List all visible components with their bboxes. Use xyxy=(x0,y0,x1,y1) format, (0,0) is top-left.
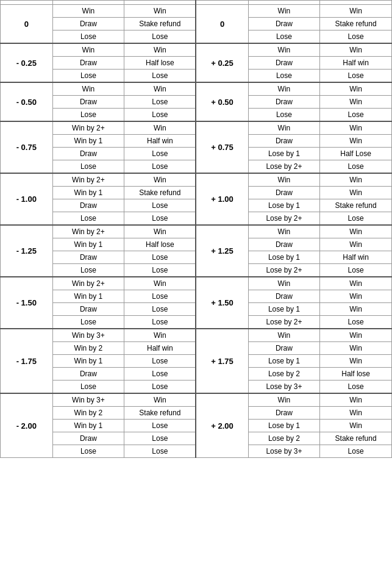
bet-result-right: Win xyxy=(320,135,392,148)
team-result-right: Draw xyxy=(248,96,320,109)
bet-result-left: Win xyxy=(124,121,196,135)
team-result-left: Win by 2+ xyxy=(52,225,124,238)
team-result-right: Lose xyxy=(248,30,320,44)
bet-result-right: Half lose xyxy=(320,368,392,381)
table-row: - 0.50WinWin+ 0.50WinWin xyxy=(1,82,392,96)
table-row: - 1.00Win by 2+Win+ 1.00WinWin xyxy=(1,173,392,187)
team-result-right: Win xyxy=(248,329,320,342)
bet-result-left: Lose xyxy=(124,148,196,160)
bet-result-right: Lose xyxy=(320,160,392,174)
team-result-right: Lose by 3+ xyxy=(248,381,320,394)
handicap-cell-right: + 1.00 xyxy=(196,173,248,225)
team-result-right: Lose by 1 xyxy=(248,199,320,212)
bet-result-right: Lose xyxy=(320,30,392,44)
bet-result-left: Win xyxy=(124,393,196,407)
bet-result-right: Win xyxy=(320,329,392,342)
bet-result-right: Lose xyxy=(320,109,392,122)
bet-result-right: Win xyxy=(320,393,392,407)
bet-result-right: Win xyxy=(320,96,392,109)
team-result-left: Win by 2+ xyxy=(52,121,124,135)
table-row: 0WinWin0WinWin xyxy=(1,5,392,18)
handicap-cell-right: + 0.25 xyxy=(196,43,248,82)
header-bet-result-right xyxy=(320,1,392,5)
team-result-left: Lose xyxy=(52,316,124,329)
handicap-table: 0WinWin0WinWinDrawStake refundDrawStake … xyxy=(0,0,392,458)
bet-result-right: Win xyxy=(320,277,392,290)
bet-result-left: Win xyxy=(124,5,196,18)
team-result-left: Win by 2+ xyxy=(52,277,124,290)
bet-result-right: Win xyxy=(320,355,392,368)
team-result-left: Win by 2 xyxy=(52,342,124,355)
team-result-left: Lose xyxy=(52,30,124,44)
handicap-cell-right: + 0.75 xyxy=(196,121,248,173)
team-result-left: Win by 1 xyxy=(52,238,124,251)
team-result-left: Win xyxy=(52,5,124,18)
team-result-left: Win by 3+ xyxy=(52,329,124,342)
bet-result-left: Win xyxy=(124,329,196,342)
team-result-right: Win xyxy=(248,5,320,18)
team-result-right: Draw xyxy=(248,407,320,420)
bet-result-right: Win xyxy=(320,225,392,238)
team-result-right: Draw xyxy=(248,135,320,148)
bet-result-right: Win xyxy=(320,238,392,251)
bet-result-right: Win xyxy=(320,173,392,187)
bet-result-left: Stake refund xyxy=(124,18,196,30)
team-result-left: Draw xyxy=(52,148,124,160)
handicap-cell-left: - 1.00 xyxy=(1,173,53,225)
header-handicap-right xyxy=(196,1,248,5)
bet-result-left: Half win xyxy=(124,342,196,355)
bet-result-left: Lose xyxy=(124,432,196,445)
handicap-cell-right: + 1.25 xyxy=(196,225,248,277)
team-result-left: Draw xyxy=(52,368,124,381)
handicap-cell-left: - 2.00 xyxy=(1,393,53,458)
bet-result-right: Win xyxy=(320,82,392,96)
header-row xyxy=(1,1,392,5)
bet-result-right: Stake refund xyxy=(320,18,392,30)
bet-result-left: Lose xyxy=(124,368,196,381)
bet-result-left: Half win xyxy=(124,135,196,148)
table-row: - 2.00Win by 3+Win+ 2.00WinWin xyxy=(1,393,392,407)
bet-result-left: Lose xyxy=(124,316,196,329)
bet-result-left: Win xyxy=(124,277,196,290)
bet-result-left: Lose xyxy=(124,109,196,122)
handicap-cell-right: + 1.75 xyxy=(196,329,248,393)
bet-result-left: Win xyxy=(124,173,196,187)
header-team-result-left xyxy=(52,1,124,5)
header-bet-result-left xyxy=(124,1,196,5)
team-result-right: Lose by 2+ xyxy=(248,212,320,226)
team-result-left: Win xyxy=(52,43,124,57)
bet-result-left: Lose xyxy=(124,290,196,303)
bet-result-right: Win xyxy=(320,187,392,199)
bet-result-left: Lose xyxy=(124,212,196,226)
bet-result-left: Stake refund xyxy=(124,187,196,199)
team-result-left: Win by 1 xyxy=(52,355,124,368)
handicap-cell-left: - 0.50 xyxy=(1,82,53,121)
team-result-left: Lose xyxy=(52,160,124,174)
bet-result-left: Lose xyxy=(124,303,196,316)
bet-result-right: Lose xyxy=(320,264,392,277)
bet-result-left: Half lose xyxy=(124,238,196,251)
team-result-left: Lose xyxy=(52,109,124,122)
bet-result-right: Half win xyxy=(320,251,392,264)
bet-result-right: Win xyxy=(320,407,392,420)
team-result-left: Win by 1 xyxy=(52,187,124,199)
team-result-left: Lose xyxy=(52,264,124,277)
team-result-right: Win xyxy=(248,393,320,407)
team-result-right: Lose by 2+ xyxy=(248,264,320,277)
team-result-right: Lose by 2+ xyxy=(248,316,320,329)
team-result-left: Lose xyxy=(52,212,124,226)
handicap-cell-right: + 0.50 xyxy=(196,82,248,121)
bet-result-right: Half win xyxy=(320,57,392,70)
bet-result-right: Win xyxy=(320,121,392,135)
bet-result-left: Lose xyxy=(124,264,196,277)
team-result-right: Win xyxy=(248,82,320,96)
team-result-right: Draw xyxy=(248,57,320,70)
team-result-left: Draw xyxy=(52,96,124,109)
team-result-left: Draw xyxy=(52,199,124,212)
bet-result-left: Win xyxy=(124,82,196,96)
bet-result-left: Lose xyxy=(124,420,196,432)
team-result-left: Lose xyxy=(52,445,124,458)
team-result-left: Win by 1 xyxy=(52,290,124,303)
team-result-right: Lose xyxy=(248,70,320,83)
bet-result-left: Half lose xyxy=(124,57,196,70)
